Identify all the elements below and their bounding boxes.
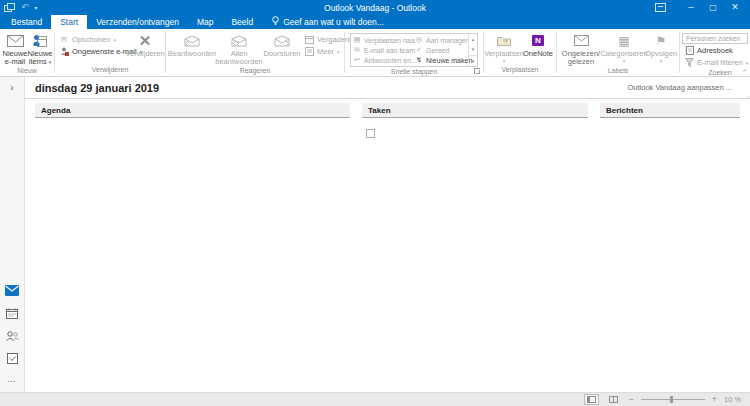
berichten-column-header: Berichten bbox=[600, 103, 740, 118]
expand-folder-pane-button[interactable]: › bbox=[10, 83, 13, 93]
ribbon-tab-row: Bestand Start Verzenden/ontvangen Map Be… bbox=[0, 15, 750, 29]
group-label-nieuw: Nieuw bbox=[1, 66, 53, 76]
group-label-verwijderen: Verwijderen bbox=[56, 65, 164, 76]
address-book-icon bbox=[684, 46, 694, 55]
new-items-label: Nieuwe items ▾ bbox=[28, 50, 53, 66]
quick-step-move-to[interactable]: ▤Verplaatsen naa... bbox=[353, 35, 411, 45]
tab-map[interactable]: Map bbox=[188, 15, 223, 29]
window-title: Outlook Vandaag - Outlook bbox=[0, 3, 750, 13]
forward-envelope-icon bbox=[274, 33, 290, 48]
forward-button[interactable]: Doorsturen bbox=[262, 31, 302, 66]
onenote-icon: N bbox=[532, 35, 544, 46]
gallery-down-icon[interactable]: ▾ bbox=[469, 44, 477, 54]
categorize-button[interactable]: ▦ Categoriseren ▾ bbox=[603, 31, 645, 66]
minimize-button[interactable]: ─ bbox=[680, 0, 702, 15]
follow-up-button[interactable]: ⚑ Opvolgen ▾ bbox=[645, 31, 677, 66]
taken-column-body bbox=[362, 118, 588, 148]
task-checkbox[interactable] bbox=[366, 129, 375, 138]
zoom-slider[interactable] bbox=[641, 399, 705, 400]
sidebar-more-icon[interactable]: … bbox=[7, 376, 17, 382]
calendar-icon bbox=[6, 308, 18, 319]
taken-column: Taken bbox=[362, 103, 588, 148]
find-people-input[interactable] bbox=[682, 33, 748, 44]
delete-button[interactable]: ✕ Verwijderen bbox=[125, 31, 165, 65]
sidebar-item-mail[interactable] bbox=[5, 285, 19, 296]
zoom-in-button[interactable]: + bbox=[712, 395, 717, 404]
status-bar: − + 10 % bbox=[0, 392, 750, 406]
filter-email-button[interactable]: E-mail filteren ▾ bbox=[682, 57, 750, 68]
meeting-calendar-icon bbox=[304, 35, 314, 44]
reply-all-envelope-icon bbox=[231, 33, 247, 48]
gallery-up-icon[interactable]: ▴ bbox=[469, 34, 477, 44]
reading-view-button[interactable] bbox=[606, 394, 621, 405]
more-respond-icon bbox=[304, 47, 314, 56]
group-label-snelle-stappen: Snelle stappen bbox=[346, 67, 482, 77]
collapse-ribbon-icon[interactable]: › bbox=[743, 66, 746, 75]
group-divider bbox=[54, 32, 55, 73]
move-button[interactable]: Verplaatsen ▾ bbox=[486, 31, 522, 65]
ribbon-group-nieuw: Nieuwe e-mail Nieuwe items ▾ Nieuw bbox=[1, 30, 53, 76]
undo-icon[interactable]: ↶ bbox=[21, 3, 29, 12]
agenda-column-body bbox=[35, 118, 350, 130]
ribbon-group-labels: Ongelezen/ gelezen ▦ Categoriseren ▾ ⚑ O… bbox=[558, 30, 678, 76]
quick-step-team-email[interactable]: ✉E-mail aan team bbox=[353, 45, 411, 55]
ribbon: Nieuwe e-mail Nieuwe items ▾ Nieuw ✉ Ops… bbox=[0, 29, 750, 77]
unread-envelope-icon bbox=[574, 33, 589, 48]
gallery-more-icon[interactable]: ▾ bbox=[469, 55, 477, 66]
zoom-level[interactable]: 10 % bbox=[724, 395, 742, 404]
reply-button[interactable]: Beantwoorden bbox=[168, 31, 216, 66]
flag-icon: ⚑ bbox=[656, 33, 667, 48]
new-items-button[interactable]: Nieuwe items ▾ bbox=[28, 31, 52, 66]
group-label-reageren: Reageren bbox=[167, 66, 343, 76]
normal-view-button[interactable] bbox=[584, 394, 599, 405]
quick-steps-gallery: ▤Verplaatsen naa... ✉E-mail aan team ↩An… bbox=[350, 33, 478, 67]
scroll-up-icon[interactable]: › bbox=[746, 93, 749, 102]
maximize-button[interactable]: ▢ bbox=[702, 0, 724, 15]
zoom-slider-thumb[interactable] bbox=[670, 396, 673, 403]
normal-view-icon bbox=[587, 396, 596, 403]
ribbon-group-snelle-stappen: ▤Verplaatsen naa... ✉E-mail aan team ↩An… bbox=[346, 30, 482, 76]
tab-verzenden-ontvangen[interactable]: Verzenden/ontvangen bbox=[87, 15, 188, 29]
tab-start[interactable]: Start bbox=[51, 15, 87, 29]
outlook-today-view: dinsdag 29 januari 2019 Outlook Vandaag … bbox=[25, 77, 750, 392]
opschonen-button[interactable]: ✉ Opschonen ▾ bbox=[57, 34, 125, 45]
address-book-button[interactable]: Adresboek bbox=[682, 45, 750, 56]
today-header: dinsdag 29 januari 2019 Outlook Vandaag … bbox=[25, 77, 750, 99]
customize-outlook-today-link[interactable]: Outlook Vandaag aanpassen ... bbox=[627, 83, 740, 92]
ribbon-group-reageren: Beantwoorden Allen beantwoorden Doorstur… bbox=[167, 30, 343, 76]
reply-all-button[interactable]: Allen beantwoorden bbox=[216, 31, 262, 66]
tell-me-label: Geef aan wat u wilt doen... bbox=[283, 17, 384, 27]
lightbulb-icon bbox=[272, 16, 279, 28]
more-respond-button[interactable]: Meer ▾ bbox=[302, 46, 344, 57]
group-label-verplaatsen: Verplaatsen bbox=[485, 65, 555, 76]
berichten-column-body bbox=[600, 118, 740, 130]
quick-step-reply-delete[interactable]: ↩Antwoorden en... bbox=[353, 55, 411, 65]
filter-funnel-icon bbox=[684, 58, 694, 67]
quick-step-done[interactable]: ✓Gereed bbox=[415, 45, 466, 55]
reading-view-icon bbox=[609, 396, 618, 403]
sidebar-item-people[interactable] bbox=[6, 331, 19, 341]
tab-bestand[interactable]: Bestand bbox=[2, 15, 51, 29]
ribbon-display-options-icon[interactable] bbox=[655, 3, 666, 12]
dialog-launcher-icon[interactable] bbox=[474, 68, 480, 74]
agenda-column: Agenda bbox=[35, 103, 350, 148]
customize-qat-icon[interactable]: ▾ bbox=[35, 5, 38, 11]
new-email-button[interactable]: Nieuwe e-mail bbox=[2, 31, 28, 66]
meeting-button[interactable]: Vergadering bbox=[302, 34, 344, 45]
junk-email-button[interactable]: Ongewenste e-mail ▾ bbox=[57, 46, 125, 57]
quick-step-to-manager[interactable]: ✉Aan manager bbox=[415, 35, 466, 45]
onenote-button[interactable]: N OneNote bbox=[522, 31, 554, 65]
today-date: dinsdag 29 januari 2019 bbox=[35, 82, 159, 94]
tab-beeld[interactable]: Beeld bbox=[222, 15, 262, 29]
sidebar-item-tasks[interactable] bbox=[7, 353, 18, 364]
ribbon-group-verplaatsen: Verplaatsen ▾ N OneNote Verplaatsen bbox=[485, 30, 555, 76]
mail-icon bbox=[5, 285, 19, 296]
sidebar-item-calendar[interactable] bbox=[6, 308, 18, 319]
close-button[interactable]: ✕ bbox=[724, 0, 746, 15]
tell-me-box[interactable]: Geef aan wat u wilt doen... bbox=[272, 15, 384, 29]
zoom-out-button[interactable]: − bbox=[628, 395, 633, 404]
today-columns: Agenda Taken Berichten bbox=[25, 99, 750, 148]
send-receive-icon[interactable] bbox=[4, 3, 15, 13]
unread-read-button[interactable]: Ongelezen/ gelezen bbox=[559, 31, 603, 66]
quick-step-create-new[interactable]: ↯Nieuwe maken bbox=[415, 55, 466, 65]
